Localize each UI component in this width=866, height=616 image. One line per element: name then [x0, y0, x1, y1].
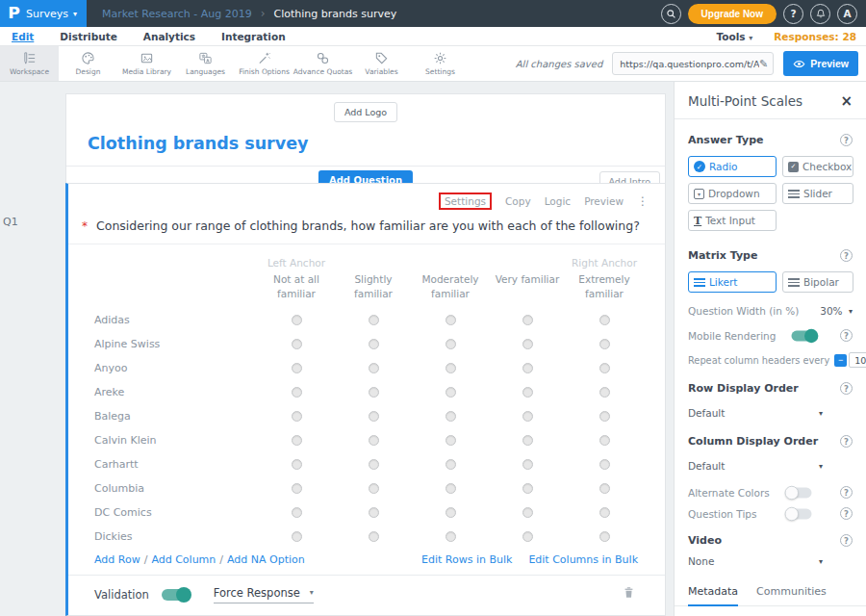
radio-button[interactable]: [292, 531, 302, 542]
repeat-headers-input[interactable]: [849, 352, 866, 368]
help-icon[interactable]: ?: [840, 507, 853, 520]
toolbar-item-variables[interactable]: Variables: [352, 46, 411, 81]
answer-type-text-input[interactable]: T Text Input: [688, 210, 777, 231]
preview-button[interactable]: Preview: [783, 51, 858, 76]
row-label[interactable]: Anyoo: [68, 362, 258, 374]
radio-button[interactable]: [599, 507, 610, 518]
radio-button[interactable]: [369, 387, 379, 398]
radio-button[interactable]: [292, 483, 302, 494]
radio-button[interactable]: [522, 363, 533, 373]
radio-button[interactable]: [446, 387, 456, 398]
radio-button[interactable]: [446, 339, 456, 349]
nav-item-edit[interactable]: Edit: [12, 31, 34, 42]
decrement-button[interactable]: −: [834, 354, 847, 367]
help-button[interactable]: ?: [783, 4, 803, 24]
radio-button[interactable]: [522, 315, 533, 325]
column-header[interactable]: Moderately familiar: [412, 272, 489, 301]
radio-button[interactable]: [599, 483, 610, 494]
radio-button[interactable]: [292, 387, 302, 398]
survey-url-input[interactable]: [620, 59, 759, 69]
toolbar-item-settings[interactable]: Settings: [411, 46, 470, 81]
notifications-button[interactable]: [810, 4, 830, 24]
column-display-select[interactable]: Default ▾: [688, 460, 823, 472]
help-icon[interactable]: ?: [840, 534, 853, 547]
validation-toggle[interactable]: [162, 589, 191, 601]
toolbar-item-languages[interactable]: Languages: [176, 46, 235, 81]
edit-url-icon[interactable]: ✎: [759, 58, 768, 70]
radio-button[interactable]: [446, 483, 456, 494]
radio-button[interactable]: [369, 339, 379, 349]
add-logo-button[interactable]: Add Logo: [334, 102, 397, 122]
row-label[interactable]: Alpine Swiss: [68, 338, 258, 350]
responses-count[interactable]: Responses: 28: [774, 31, 856, 42]
help-icon[interactable]: ?: [840, 134, 853, 146]
row-label[interactable]: Columbia: [68, 482, 258, 495]
radio-button[interactable]: [522, 411, 533, 422]
radio-button[interactable]: [522, 483, 533, 494]
row-label[interactable]: Balega: [68, 410, 258, 423]
column-header[interactable]: Not at all familiar: [258, 272, 335, 301]
toolbar-item-media-library[interactable]: Media Library: [117, 46, 176, 81]
column-header[interactable]: Very familiar: [489, 272, 566, 287]
radio-button[interactable]: [446, 531, 456, 542]
answer-type-checkbox[interactable]: ✓ Checkbox: [782, 156, 853, 177]
radio-button[interactable]: [446, 363, 456, 373]
radio-button[interactable]: [292, 315, 302, 325]
radio-button[interactable]: [292, 459, 302, 470]
answer-type-radio[interactable]: ✓ Radio: [688, 156, 777, 177]
radio-button[interactable]: [599, 339, 610, 349]
close-icon[interactable]: ×: [840, 94, 853, 109]
nav-item-integration[interactable]: Integration: [221, 31, 286, 42]
right-anchor-label[interactable]: Right Anchor: [566, 257, 643, 269]
column-header[interactable]: Slightly familiar: [335, 272, 412, 301]
add-na-option-link[interactable]: Add NA Option: [227, 553, 305, 566]
radio-button[interactable]: [599, 363, 610, 373]
tools-menu[interactable]: Tools ▾: [717, 31, 753, 42]
row-label[interactable]: Dickies: [68, 530, 258, 543]
radio-button[interactable]: [522, 387, 533, 398]
radio-button[interactable]: [599, 531, 610, 542]
radio-button[interactable]: [369, 507, 379, 518]
nav-item-distribute[interactable]: Distribute: [60, 31, 117, 42]
radio-button[interactable]: [369, 315, 379, 325]
radio-button[interactable]: [522, 507, 533, 518]
row-display-select[interactable]: Default ▾: [688, 407, 823, 419]
radio-button[interactable]: [369, 363, 379, 373]
radio-button[interactable]: [292, 435, 302, 446]
tab-communities[interactable]: Communities: [756, 585, 827, 605]
alternate-colors-toggle[interactable]: [786, 487, 812, 498]
survey-title[interactable]: Clothing brands survey: [88, 134, 665, 153]
search-button[interactable]: [661, 4, 681, 24]
question-logic-button[interactable]: Logic: [545, 195, 571, 207]
add-row-link[interactable]: Add Row: [94, 553, 140, 566]
upgrade-now-button[interactable]: Upgrade Now: [688, 4, 777, 24]
row-label[interactable]: Calvin Klein: [68, 434, 258, 447]
radio-button[interactable]: [446, 435, 456, 446]
help-icon[interactable]: ?: [840, 249, 853, 262]
column-header[interactable]: Extremely familiar: [566, 272, 643, 301]
help-icon[interactable]: ?: [840, 486, 853, 499]
chevron-down-icon[interactable]: ▾: [849, 307, 853, 316]
breadcrumb-folder[interactable]: Market Research - Aug 2019: [102, 8, 252, 20]
video-select[interactable]: None ▾: [688, 555, 823, 567]
toolbar-item-finish-options[interactable]: Finish Options: [235, 46, 293, 81]
radio-button[interactable]: [369, 435, 379, 446]
add-column-link[interactable]: Add Column: [151, 553, 216, 566]
question-preview-button[interactable]: Preview: [584, 195, 624, 207]
edit-rows-bulk-link[interactable]: Edit Rows in Bulk: [421, 553, 512, 566]
answer-type-slider[interactable]: Slider: [782, 183, 853, 204]
radio-button[interactable]: [369, 531, 379, 542]
toolbar-item-advance-quotas[interactable]: Advance Quotas: [293, 46, 352, 81]
matrix-type-likert[interactable]: Likert: [688, 271, 777, 293]
radio-button[interactable]: [292, 411, 302, 422]
radio-button[interactable]: [599, 411, 610, 422]
help-icon[interactable]: ?: [840, 435, 853, 448]
help-icon[interactable]: ?: [840, 329, 853, 342]
left-anchor-label[interactable]: Left Anchor: [258, 257, 335, 269]
row-label[interactable]: Carhartt: [68, 458, 258, 471]
toolbar-item-workspace[interactable]: Workspace: [0, 46, 59, 81]
radio-button[interactable]: [446, 507, 456, 518]
help-icon[interactable]: ?: [840, 382, 853, 395]
row-label[interactable]: DC Comics: [68, 506, 258, 519]
product-switcher[interactable]: P Surveys ▾: [0, 0, 87, 27]
